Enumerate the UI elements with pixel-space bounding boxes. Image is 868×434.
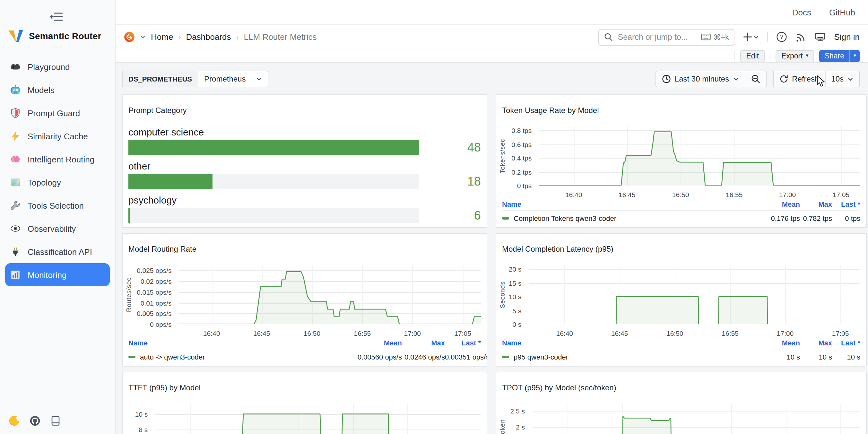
zoom-out-button[interactable]: [745, 71, 766, 87]
bar-track: [128, 174, 419, 189]
share-button[interactable]: Share: [819, 50, 849, 62]
legend-table-row[interactable]: p95 qwen3-coder 10 s 10 s 10 s: [502, 349, 860, 364]
bar-row-psychology: 6: [128, 208, 481, 223]
sign-in-link[interactable]: Sign in: [834, 32, 860, 42]
plot-area[interactable]: [155, 404, 481, 434]
map-icon: [10, 177, 21, 187]
book-icon[interactable]: [50, 415, 61, 426]
sidebar-item-label: Classification API: [28, 247, 92, 256]
column-header-name[interactable]: Name: [502, 200, 742, 208]
chevron-down-icon: [847, 76, 853, 82]
grafana-logo-icon[interactable]: [124, 31, 135, 42]
shield-icon: [10, 108, 21, 118]
column-header-mean[interactable]: Mean: [742, 200, 800, 208]
legend-table-row[interactable]: Completion Tokens qwen3-coder 0.176 tps …: [502, 210, 860, 225]
bar-track: [128, 208, 419, 223]
nav-right: ⌘+k ?: [599, 29, 860, 45]
panel-title[interactable]: Token Usage Rate by Model: [496, 101, 866, 116]
column-header-last-[interactable]: Last *: [445, 339, 481, 347]
breadcrumb-separator: ›: [236, 32, 239, 41]
breadcrumb-dashboards[interactable]: Dashboards: [186, 32, 231, 42]
column-header-max[interactable]: Max: [402, 339, 445, 347]
y-axis-label: Seconds: [125, 404, 133, 434]
y-axis-ticks: 0 s5 s10 s15 s20 s: [506, 265, 525, 324]
panel-title[interactable]: Model Routing Rate: [123, 240, 487, 254]
add-button[interactable]: [743, 32, 759, 42]
panel-title[interactable]: TPOT (p95) by Model (sec/token): [496, 379, 866, 393]
plot-area[interactable]: [180, 265, 481, 324]
bar-row-computer-science: 48: [128, 140, 481, 155]
brand[interactable]: Semantic Router: [8, 30, 101, 42]
github-link[interactable]: GitHub: [829, 7, 855, 17]
refresh-interval-select[interactable]: 10s: [825, 71, 859, 87]
sidebar-item-classification-api[interactable]: Classification API: [5, 240, 110, 263]
collapse-sidebar-icon[interactable]: [50, 12, 63, 21]
tpot-chart[interactable]: Seconds per token2.5 s2 s1.5 s16:4016:45…: [498, 401, 863, 434]
datasource-select[interactable]: Prometheus: [198, 71, 268, 87]
x-axis-ticks: 16:4016:4516:5016:5517:0017:05: [529, 327, 860, 337]
plug-icon: [10, 247, 21, 257]
panel-grid: Prompt Category computer science48other1…: [122, 94, 867, 434]
panel-completion-latency: Model Completion Latency (p95) Seconds0 …: [496, 233, 867, 367]
column-header-last-[interactable]: Last *: [832, 339, 860, 347]
sidebar-item-tools-selection[interactable]: Tools Selection: [5, 194, 110, 217]
breadcrumb-current: LLM Router Metrics: [244, 32, 317, 42]
sidebar-item-label: Topology: [28, 178, 61, 187]
search-box[interactable]: ⌘+k: [599, 29, 735, 45]
breadcrumb-separator: ›: [178, 32, 181, 41]
sidebar-item-label: Tools Selection: [28, 200, 84, 210]
sidebar-item-label: Monitoring: [28, 270, 66, 280]
sidebar-item-intelligent-routing[interactable]: Intelligent Routing: [5, 148, 110, 171]
wrench-icon: [10, 200, 21, 211]
help-icon[interactable]: ?: [776, 31, 787, 42]
sidebar-item-prompt-guard[interactable]: Prompt Guard: [5, 101, 110, 125]
legend-table-row[interactable]: auto -> qwen3-coder 0.00560 ops/s 0.0246…: [128, 349, 481, 364]
semantic-router-logo-icon: [8, 30, 23, 42]
kiosk-monitor-icon[interactable]: [815, 31, 826, 42]
zoom-out-icon: [751, 74, 760, 84]
sidebar-item-models[interactable]: Models: [5, 78, 110, 101]
breadcrumb-home[interactable]: Home: [151, 32, 173, 42]
ttft-chart[interactable]: Seconds10 s8 s6 s16:4016:4516:5016:5517:…: [125, 401, 484, 434]
sidebar-item-similarity-cache[interactable]: Similarity Cache: [5, 125, 110, 148]
plot-area[interactable]: [539, 126, 860, 186]
chevron-down-icon: [754, 34, 759, 39]
column-header-last-[interactable]: Last *: [832, 200, 860, 208]
routing-rate-chart[interactable]: Routes/sec0 ops/s0.005 ops/s0.01 ops/s0.…: [125, 262, 484, 337]
docs-link[interactable]: Docs: [792, 7, 811, 17]
panel-title[interactable]: TTFT (p95) by Model: [123, 379, 487, 393]
sidebar-item-playground[interactable]: Playground: [5, 55, 110, 78]
share-menu-button[interactable]: ▾: [849, 50, 860, 62]
panel-title[interactable]: Prompt Category: [123, 101, 487, 116]
panel-routing-rate: Model Routing Rate Routes/sec0 ops/s0.00…: [122, 233, 487, 367]
column-header-mean[interactable]: Mean: [742, 339, 800, 347]
robot-icon: [10, 85, 21, 95]
sidebar-item-topology[interactable]: Topology: [5, 171, 110, 194]
y-axis-label: Tokens/sec: [498, 126, 506, 186]
column-header-name[interactable]: Name: [502, 339, 742, 347]
export-button[interactable]: Export▾: [776, 50, 814, 62]
sidebar-item-monitoring[interactable]: Monitoring: [5, 263, 110, 286]
sidebar-item-observability[interactable]: Observability: [5, 217, 110, 240]
token-usage-chart[interactable]: Tokens/sec0 tps0.2 tps0.4 tps0.6 tps0.8 …: [498, 124, 863, 198]
column-header-name[interactable]: Name: [128, 339, 338, 347]
chevron-down-icon[interactable]: [140, 34, 146, 40]
rss-icon[interactable]: [796, 31, 807, 42]
time-range-picker[interactable]: Last 30 minutes: [656, 71, 744, 87]
search-input[interactable]: [617, 32, 698, 42]
bar-fill: [128, 174, 213, 189]
series-color-dash-icon: [502, 217, 509, 219]
column-header-max[interactable]: Max: [800, 339, 832, 347]
plot-area[interactable]: [529, 265, 860, 324]
github-icon[interactable]: [30, 415, 40, 426]
moon-icon[interactable]: [9, 415, 20, 426]
edit-button[interactable]: Edit: [740, 50, 765, 62]
refresh-button[interactable]: Refresh: [773, 71, 825, 87]
completion-latency-chart[interactable]: Seconds0 s5 s10 s15 s20 s16:4016:4516:50…: [498, 262, 863, 337]
plot-area[interactable]: [532, 404, 860, 434]
keyboard-icon: [702, 33, 711, 40]
column-header-mean[interactable]: Mean: [338, 339, 402, 347]
bar-label: psychology: [128, 194, 481, 206]
column-header-max[interactable]: Max: [800, 200, 832, 208]
panel-title[interactable]: Model Completion Latency (p95): [496, 240, 866, 254]
